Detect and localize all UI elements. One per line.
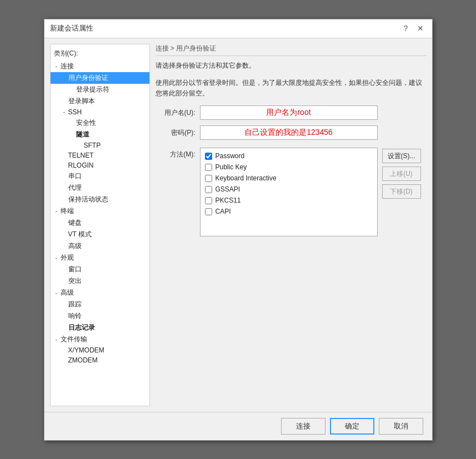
expand-icon-sftp	[76, 142, 84, 148]
tree-item-terminal[interactable]: -终端	[51, 205, 149, 217]
tree-label-advanced2: 高级	[61, 288, 74, 297]
tree-container: -连接 用户身份验证 登录提示符 登录脚本-SSH 安全性 隧道 SFTP TE…	[51, 60, 149, 365]
tree-label-filetransfer: 文件传输	[61, 335, 87, 344]
method-item-publickey[interactable]: Public Key	[201, 162, 377, 173]
cancel-button[interactable]: 取消	[379, 418, 423, 435]
expand-icon-trace	[61, 301, 68, 307]
method-checkbox-gssapi[interactable]	[205, 186, 212, 193]
username-label: 用户名(U):	[156, 108, 200, 118]
tree-item-prompt[interactable]: 登录提示符	[51, 84, 149, 95]
tree-label-trace: 跟踪	[68, 300, 82, 309]
method-checkbox-publickey[interactable]	[205, 164, 212, 171]
expand-icon-telnet	[61, 152, 68, 158]
method-label-gssapi: GSSAPI	[216, 185, 240, 193]
tree-label-rlogin: RLOGIN	[68, 162, 94, 169]
tree-item-sftp[interactable]: SFTP	[51, 140, 149, 150]
tree-label-keyboard: 键盘	[68, 218, 82, 228]
method-checkbox-password[interactable]	[205, 153, 212, 160]
password-input[interactable]	[200, 125, 378, 140]
tree-item-rlogin[interactable]: RLOGIN	[51, 160, 149, 170]
tree-label-appearance: 外观	[61, 253, 74, 263]
expand-icon-connect[interactable]: -	[53, 63, 61, 69]
title-bar: 新建会话属性 ? ✕	[44, 19, 432, 38]
tree-item-keyboard[interactable]: 键盘	[51, 217, 149, 229]
method-buttons: 设置(S)... 上移(U) 下移(D)	[382, 148, 421, 199]
tree-label-vt: VT 模式	[68, 230, 92, 239]
expand-icon-highlight	[61, 278, 68, 284]
tree-item-appearance[interactable]: -外观	[51, 252, 149, 264]
method-item-capi[interactable]: CAPI	[201, 206, 377, 217]
tree-item-bell[interactable]: 响铃	[51, 310, 149, 322]
method-label-password: Password	[216, 152, 245, 160]
desc-text-1: 请选择身份验证方法和其它参数。	[156, 60, 427, 71]
method-checkbox-keyboard[interactable]	[205, 175, 212, 182]
method-checkbox-pkcs11[interactable]	[205, 197, 212, 204]
settings-button[interactable]: 设置(S)...	[382, 149, 421, 163]
expand-icon-appearance[interactable]: -	[53, 255, 61, 261]
tree-item-vt[interactable]: VT 模式	[51, 229, 149, 240]
tree-item-script[interactable]: 登录脚本	[51, 95, 149, 107]
method-label-publickey: Public Key	[216, 163, 247, 171]
tree-item-zmodem[interactable]: ZMODEM	[51, 355, 149, 365]
help-button[interactable]: ?	[400, 22, 412, 34]
expand-icon-advanced2[interactable]: -	[53, 290, 61, 296]
tree-item-window[interactable]: 窗口	[51, 264, 149, 275]
expand-icon-terminal[interactable]: -	[53, 208, 61, 214]
tree-label-xymodem: X/YMODEM	[68, 346, 104, 354]
tree-item-connect[interactable]: -连接	[51, 60, 149, 72]
main-dialog: 新建会话属性 ? ✕ 类别(C): -连接 用户身份验证 登录提示符 登录脚本-…	[44, 19, 433, 441]
expand-icon-bell	[61, 313, 68, 319]
tree-item-log[interactable]: 日志记录	[51, 322, 149, 334]
tree-item-security[interactable]: 安全性	[51, 117, 149, 129]
left-panel: 类别(C): -连接 用户身份验证 登录提示符 登录脚本-SSH 安全性 隧道 …	[50, 44, 150, 406]
expand-icon-vt	[61, 231, 68, 238]
expand-icon-keyboard	[61, 220, 68, 226]
tree-label-terminal: 终端	[61, 206, 74, 216]
category-label: 类别(C):	[51, 48, 149, 60]
tree-item-proxy[interactable]: 代理	[51, 182, 149, 194]
tree-item-trace[interactable]: 跟踪	[51, 299, 149, 310]
connect-button[interactable]: 连接	[281, 418, 325, 435]
tree-item-telnet[interactable]: TELNET	[51, 150, 149, 160]
method-label-capi: CAPI	[216, 208, 231, 215]
method-list: PasswordPublic KeyKeyboard InteractiveGS…	[200, 148, 378, 236]
username-input[interactable]	[200, 105, 378, 120]
expand-icon-xymodem	[61, 347, 68, 353]
tree-label-log: 日志记录	[68, 323, 95, 332]
password-row: 密码(P):	[156, 125, 427, 140]
ok-button[interactable]: 确定	[330, 418, 374, 435]
expand-icon-ssh[interactable]: -	[61, 109, 68, 115]
tree-item-ssh[interactable]: -SSH	[51, 107, 149, 117]
expand-icon-filetransfer[interactable]: -	[53, 336, 61, 342]
tree-item-filetransfer[interactable]: -文件传输	[51, 334, 149, 345]
tree-item-highlight[interactable]: 突出	[51, 275, 149, 287]
tree-item-serial[interactable]: 串口	[51, 170, 149, 182]
expand-icon-script	[61, 98, 68, 104]
tree-label-highlight: 突出	[68, 276, 82, 286]
close-button[interactable]: ✕	[414, 22, 427, 34]
tree-label-zmodem: ZMODEM	[68, 356, 98, 364]
move-up-button[interactable]: 上移(U)	[382, 167, 421, 181]
method-item-pkcs11[interactable]: PKCS11	[201, 195, 377, 206]
expand-icon-window	[61, 266, 68, 273]
method-item-gssapi[interactable]: GSSAPI	[201, 184, 377, 195]
tree-label-sftp: SFTP	[84, 142, 101, 149]
tree-item-auth[interactable]: 用户身份验证	[51, 72, 149, 84]
move-down-button[interactable]: 下移(D)	[382, 184, 421, 199]
method-item-keyboard[interactable]: Keyboard Interactive	[201, 173, 377, 184]
tree-item-advanced[interactable]: 高级	[51, 240, 149, 252]
password-label: 密码(P):	[156, 128, 200, 138]
dialog-footer: 连接 确定 取消	[44, 412, 432, 440]
dialog-body: 类别(C): -连接 用户身份验证 登录提示符 登录脚本-SSH 安全性 隧道 …	[44, 38, 432, 412]
expand-icon-advanced	[61, 243, 68, 249]
dialog-title: 新建会话属性	[50, 23, 93, 33]
expand-icon-tunnel	[68, 132, 76, 138]
method-checkbox-capi[interactable]	[205, 208, 212, 215]
tree-label-tunnel: 隧道	[76, 130, 89, 139]
tree-item-tunnel[interactable]: 隧道	[51, 129, 149, 140]
tree-item-keepalive[interactable]: 保持活动状态	[51, 194, 149, 205]
method-item-password[interactable]: Password	[201, 150, 377, 162]
tree-item-advanced2[interactable]: -高级	[51, 287, 149, 299]
tree-item-xymodem[interactable]: X/YMODEM	[51, 345, 149, 355]
tree-label-connect: 连接	[61, 62, 74, 71]
